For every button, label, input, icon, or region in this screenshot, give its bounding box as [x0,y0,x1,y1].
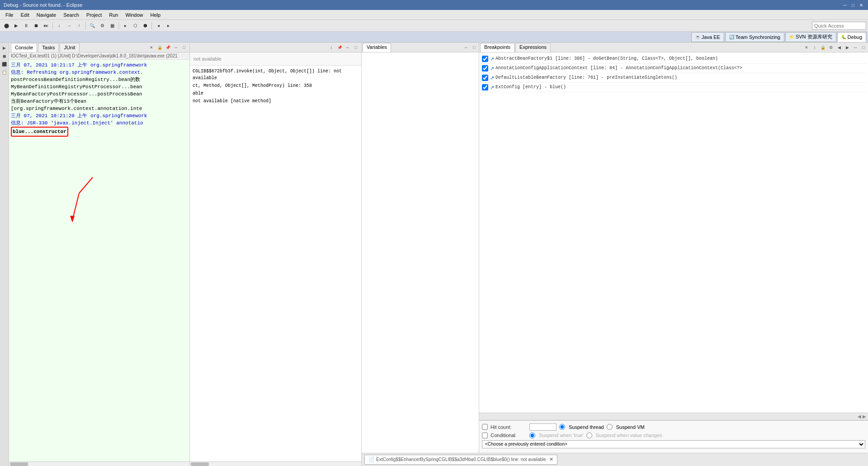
suspend-when-true-radio[interactable] [529,433,535,438]
bp-arrow-icon-4: ↗ [490,84,494,91]
menu-edit[interactable]: Edit [17,11,33,19]
tb-btn-11[interactable]: ⬢ [141,21,150,30]
sidebar-icon-1[interactable]: ▶ [1,44,8,52]
bp-btn-2[interactable]: ↕ [811,44,818,51]
tb-btn-7[interactable]: ⚙ [98,21,107,30]
bp-checkbox-1[interactable] [482,56,488,62]
menu-navigate[interactable]: Navigate [33,11,60,19]
hit-count-checkbox[interactable] [482,424,488,430]
bp-btn-1[interactable]: ✕ [803,44,810,51]
menu-search[interactable]: Search [60,11,83,19]
vars-minimize-btn[interactable]: ─ [462,44,470,51]
perspective-tab-svn[interactable]: 📁 SVN 资源库研究 [785,32,836,42]
tab-expressions[interactable]: Expressions [515,43,551,52]
console-clear-btn[interactable]: ✕ [148,44,155,51]
maximize-button[interactable]: □ [850,2,856,8]
stack-maximize-btn[interactable]: □ [352,44,359,51]
tb-btn-9[interactable]: ▸ [121,21,130,30]
bp-text-4: ExtConfig [entry] - blue() [495,84,566,91]
conditional-checkbox[interactable] [482,433,488,438]
tb-btn-step-over[interactable]: → [65,21,74,30]
tasks-tab-label: Tasks [42,45,55,50]
perspective-tab-javaee[interactable]: ☕ Java EE [691,32,724,42]
sidebar-icon-3[interactable]: ⬛ [1,61,8,68]
stack-scroll-btn[interactable]: ↕ [328,44,335,51]
close-button[interactable]: ✕ [858,2,864,8]
console-minimize-btn[interactable]: ─ [172,44,179,51]
stack-pin-btn[interactable]: 📌 [336,44,343,51]
console-maximize-btn[interactable]: □ [180,44,188,51]
console-hscroll-thumb[interactable] [10,462,28,466]
tb-btn-10[interactable]: ⬡ [131,21,140,30]
tb-btn-5[interactable]: ⏭ [42,21,51,30]
stack-hscroll[interactable] [190,461,361,466]
call-stack-content[interactable]: CGLIB$$672bfb3f.invoke(int, Object, Obje… [190,66,361,461]
perspective-tab-debug[interactable]: 🐛 Debug [837,32,866,42]
suspend-thread-radio[interactable] [559,424,565,430]
bp-minimize-btn[interactable]: ─ [852,44,859,51]
tab-breakpoints[interactable]: Breakpoints [480,43,514,52]
minimize-button[interactable]: ─ [842,2,848,8]
bp-text-2: AnnotationConfigApplicationContext [line… [495,65,742,72]
hit-count-input[interactable] [529,423,557,431]
title-bar: Debug - Source not found. - Eclipse ─ □ … [0,0,868,10]
tab-junit[interactable]: JUnit [60,43,79,52]
bp-checkbox-2[interactable] [482,65,488,71]
tb-btn-step-return[interactable]: ↑ [75,21,84,30]
suspend-when-changes-label: Suspend when value changes [596,433,662,438]
tb-btn-13[interactable]: ▸ [164,21,173,30]
condition-select[interactable]: <Choose a previously entered condition> [482,440,865,448]
stack-hscroll-thumb[interactable] [191,462,209,466]
tab-variables[interactable]: Variables [363,43,391,52]
perspective-tab-team[interactable]: 🔄 Team Synchronizing [725,32,784,42]
bp-btn-4[interactable]: ⚙ [827,44,835,51]
tb-btn-6[interactable]: 🔍 [88,21,97,30]
sidebar-icon-4[interactable]: 📋 [1,69,8,76]
tb-btn-4[interactable]: ⏹ [32,21,41,30]
source-tab[interactable]: 📄 ExtConfig$$EnhancerBySpringCGLIB$$a3df… [364,455,557,465]
tab-tasks[interactable]: Tasks [38,43,59,52]
tb-btn-12[interactable]: ◂ [154,21,163,30]
tb-btn-1[interactable]: ⬤ [2,21,11,30]
tb-btn-3[interactable]: ⏸ [22,21,31,30]
sidebar-icon-2[interactable]: ◼ [1,52,8,60]
toolbar-separator-3 [118,22,119,29]
suspend-when-changes-radio[interactable] [586,433,592,438]
stack-minimize-btn[interactable]: ─ [344,44,351,51]
bp-btn-3[interactable]: 🔒 [819,44,826,51]
bp-maximize-btn[interactable]: □ [860,44,867,51]
menu-project[interactable]: Project [83,11,105,19]
hit-count-row: Hit count: Suspend thread Suspend VM [482,423,865,431]
tb-btn-step-into[interactable]: ↓ [55,21,64,30]
menu-run[interactable]: Run [105,11,122,19]
svn-icon: 📁 [789,35,794,39]
vars-content[interactable] [362,52,479,453]
vars-maximize-btn[interactable]: □ [471,44,478,51]
tb-btn-8[interactable]: ▦ [108,21,117,30]
console-pin-btn[interactable]: 📌 [164,44,171,51]
console-content[interactable]: 三月 07, 2021 10:21:17 上午 org.springframew… [9,60,189,461]
window-title: Debug - Source not found. - Eclipse [4,2,82,8]
suspend-vm-radio[interactable] [607,424,613,430]
bp-checkbox-3[interactable] [482,75,488,81]
console-hscroll[interactable] [9,461,189,466]
vars-tab-actions: ─ □ [462,44,478,51]
bp-checkbox-4[interactable] [482,84,488,90]
stack-line-2: ct, Method, Object[], MethodProxy) line:… [192,82,359,90]
bp-btn-6[interactable]: ▶ [844,44,851,51]
console-line-9: 信息: JSR-330 'javax.inject.Inject' annota… [11,119,188,127]
tb-btn-2[interactable]: ▶ [12,21,21,30]
menu-help[interactable]: Help [147,11,165,19]
stack-line-4: not available [native method] [192,97,359,105]
source-tab-label: ExtConfig$$EnhancerBySpringCGLIB$$a3df4b… [376,457,546,462]
source-tab-close[interactable]: ✕ [549,456,553,462]
breakpoints-content[interactable]: ↗ AbstractBeanFactory$1 [line: 306] - do… [479,52,868,413]
tab-console[interactable]: Console [11,43,37,52]
hit-count-label: Hit count: [491,424,527,430]
menu-window[interactable]: Window [122,11,146,19]
console-scroll-lock-btn[interactable]: 🔒 [156,44,163,51]
bp-btn-5[interactable]: ◀ [835,44,843,51]
source-tab-icon: 📄 [368,456,375,462]
menu-file[interactable]: File [2,11,17,19]
quick-access-input[interactable] [812,22,866,30]
